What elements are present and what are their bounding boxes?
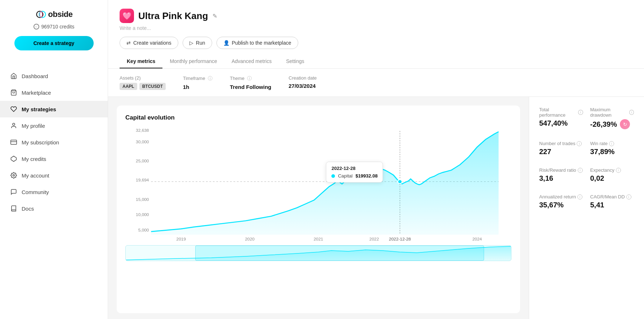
capital-evolution-chart: 32,638 30,000 25,000 19,694 15,000 10,00…: [125, 127, 511, 242]
svg-text:30,000: 30,000: [136, 140, 149, 144]
metric-expectancy: Expectancy i 0,02: [590, 167, 634, 183]
sidebar-item-my-strategies[interactable]: My strategies: [0, 101, 108, 117]
metrics-sidebar: Total performance i 547,40% Maximum draw…: [529, 97, 644, 319]
edit-icon[interactable]: ✎: [213, 13, 217, 19]
credits-amount: 969710 credits: [41, 24, 75, 30]
expectancy-info-icon[interactable]: i: [616, 168, 621, 173]
svg-text:10,000: 10,000: [136, 213, 149, 217]
total-performance-info-icon[interactable]: i: [578, 110, 583, 115]
tab-key-metrics[interactable]: Key metrics: [120, 55, 162, 68]
metric-maximum-drawdown: Maximum drawdown i -26,39% ↻: [590, 107, 634, 129]
svg-point-2: [40, 11, 42, 18]
strategy-thumbnail: 🩷: [120, 9, 134, 23]
tab-settings[interactable]: Settings: [279, 55, 312, 68]
sidebar-item-community[interactable]: Community: [0, 184, 108, 200]
svg-text:19,694: 19,694: [136, 178, 149, 182]
play-icon: ▷: [189, 40, 193, 46]
svg-point-4: [13, 123, 15, 125]
svg-text:25,000: 25,000: [136, 159, 149, 163]
sidebar-label-dashboard: Dashboard: [22, 73, 48, 79]
risk-reward-ratio-value: 3,16: [539, 174, 583, 183]
sidebar-item-my-profile[interactable]: My profile: [0, 117, 108, 134]
theme-info-icon[interactable]: ⓘ: [247, 76, 252, 81]
sidebar-label-docs: Docs: [22, 206, 34, 212]
meta-creation-date: Creation date 27/03/2024: [289, 75, 317, 89]
create-strategy-button[interactable]: Create a strategy: [14, 36, 94, 50]
creation-date-value: 27/03/2024: [289, 83, 317, 89]
run-button[interactable]: ▷ Run: [183, 37, 212, 49]
svg-marker-7: [11, 156, 17, 162]
sidebar-label-community: Community: [22, 189, 49, 195]
timeframe-label: Timeframe ⓘ: [183, 75, 213, 82]
metric-risk-reward-ratio: Risk/Reward ratio i 3,16: [539, 167, 583, 183]
number-of-trades-info-icon[interactable]: i: [577, 141, 582, 146]
svg-text:2020: 2020: [245, 237, 254, 241]
meta-theme: Theme ⓘ Trend Following: [230, 75, 271, 90]
cagr-mean-dd-info-icon[interactable]: i: [626, 194, 631, 199]
tab-advanced-metrics[interactable]: Advanced metrics: [224, 55, 279, 68]
drawdown-refresh-button[interactable]: ↻: [620, 119, 630, 129]
metric-number-of-trades: Number of trades i 227: [539, 141, 583, 156]
creation-date-label: Creation date: [289, 75, 317, 81]
expectancy-value: 0,02: [590, 174, 634, 183]
logo-text: obside: [48, 10, 73, 19]
sidebar-label-my-credits: My credits: [22, 156, 46, 162]
cagr-mean-dd-label: CAGR/Mean DD: [590, 194, 625, 199]
svg-point-8: [13, 175, 15, 176]
metric-total-performance: Total performance i 547,40%: [539, 107, 583, 129]
chart-wrapper: 32,638 30,000 25,000 19,694 15,000 10,00…: [125, 127, 511, 242]
logo-area: obside ○ 969710 credits Create a strateg…: [14, 9, 94, 60]
create-variations-button[interactable]: ⇄ Create variations: [120, 37, 178, 49]
minimap-window[interactable]: [195, 246, 484, 261]
asset-tag-btcusdt: BTCUSDT: [139, 83, 166, 90]
timeframe-info-icon[interactable]: ⓘ: [208, 76, 213, 81]
maximum-drawdown-value: -26,39% ↻: [590, 119, 634, 129]
win-rate-info-icon[interactable]: i: [609, 141, 614, 146]
sidebar-item-dashboard[interactable]: Dashboard: [0, 68, 108, 84]
home-icon: [10, 72, 17, 80]
number-of-trades-value: 227: [539, 148, 583, 156]
annualized-return-info-icon[interactable]: i: [577, 194, 582, 199]
credits-row: ○ 969710 credits: [33, 24, 75, 30]
svg-text:32,638: 32,638: [136, 128, 149, 132]
svg-rect-5: [11, 140, 17, 144]
sidebar-item-docs[interactable]: Docs: [0, 200, 108, 217]
sidebar-item-my-account[interactable]: My account: [0, 167, 108, 184]
book-icon: [10, 205, 17, 212]
nav-list: Dashboard Marketplace My strategies My p…: [0, 68, 108, 217]
variations-icon: ⇄: [126, 40, 131, 46]
number-of-trades-label: Number of trades: [539, 141, 575, 146]
sidebar-label-my-subscription: My subscription: [22, 139, 59, 145]
sidebar-item-my-credits[interactable]: My credits: [0, 150, 108, 167]
svg-text:15,000: 15,000: [136, 197, 149, 201]
maximum-drawdown-label: Maximum drawdown: [590, 107, 628, 118]
write-note[interactable]: Write a note...: [120, 25, 632, 31]
annualized-return-value: 35,67%: [539, 201, 583, 209]
sidebar-label-my-profile: My profile: [22, 123, 45, 129]
gear-icon: [10, 172, 17, 179]
metric-cagr-mean-dd: CAGR/Mean DD i 5,41: [590, 194, 634, 209]
sidebar-item-my-subscription[interactable]: My subscription: [0, 134, 108, 150]
action-buttons: ⇄ Create variations ▷ Run 👤 Publish to t…: [120, 37, 632, 49]
tabs-row: Key metrics Monthly performance Advanced…: [120, 55, 632, 68]
chart-card: Capital evolution 32,638 30,000 25,000 1…: [117, 105, 520, 313]
main-content: 🩷 Ultra Pink Kang ✎ Write a note... ⇄ Cr…: [108, 0, 644, 319]
metric-win-rate: Win rate i 37,89%: [590, 141, 634, 156]
chart-section: Capital evolution 32,638 30,000 25,000 1…: [108, 97, 529, 319]
tab-monthly-performance[interactable]: Monthly performance: [162, 55, 224, 68]
sidebar-label-my-account: My account: [22, 172, 49, 179]
risk-reward-ratio-info-icon[interactable]: i: [578, 168, 583, 173]
maximum-drawdown-info-icon[interactable]: i: [629, 110, 634, 115]
publish-button[interactable]: 👤 Publish to the marketplace: [216, 37, 298, 49]
chart-minimap[interactable]: [125, 245, 511, 261]
content-area: Capital evolution 32,638 30,000 25,000 1…: [108, 97, 644, 319]
sidebar-label-my-strategies: My strategies: [22, 106, 56, 112]
strategy-header: 🩷 Ultra Pink Kang ✎ Write a note... ⇄ Cr…: [108, 0, 644, 69]
svg-text:2021: 2021: [314, 237, 323, 241]
timeframe-value: 1h: [183, 84, 213, 90]
sidebar-item-marketplace[interactable]: Marketplace: [0, 84, 108, 101]
win-rate-value: 37,89%: [590, 148, 634, 156]
logo-icon: [35, 9, 47, 20]
svg-text:2022: 2022: [370, 237, 379, 241]
svg-point-18: [398, 180, 402, 184]
